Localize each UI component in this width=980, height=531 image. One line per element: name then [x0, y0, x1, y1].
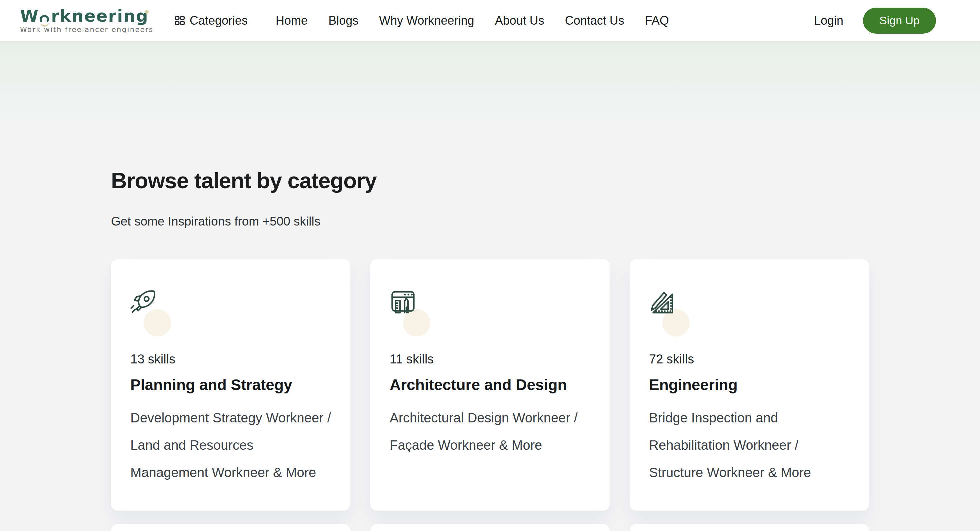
brand-letters-mid: rkneerin: [51, 7, 136, 25]
nav-item-blogs[interactable]: Blogs: [328, 14, 358, 28]
card-skills-count: 11 skills: [390, 352, 590, 367]
card-icon-wrap: [649, 288, 702, 336]
card-description: Bridge Inspection and Rehabilitation Wor…: [649, 404, 850, 486]
set-square-icon: [649, 288, 676, 315]
nav-item-contact-us[interactable]: Contact Us: [565, 14, 624, 28]
card-icon-wrap: [390, 288, 443, 336]
brand-letter-g: g: [136, 7, 149, 25]
grid-icon: [174, 15, 186, 26]
top-navbar: Wrkneering Work with freelancer engineer…: [0, 0, 980, 41]
design-window-icon: [390, 288, 416, 315]
nav-item-faq[interactable]: FAQ: [645, 14, 669, 28]
category-card-architecture-and-design[interactable]: 11 skills Architecture and Design Archit…: [370, 259, 610, 511]
card-description: Architectural Design Workneer / Façade W…: [390, 404, 590, 459]
category-card-engineering[interactable]: 72 skills Engineering Bridge Inspection …: [630, 259, 869, 511]
brand-tagline: Work with freelancer engineers: [20, 25, 169, 34]
browse-categories-section: Browse talent by category Get some Inspi…: [0, 41, 980, 531]
category-card-partial[interactable]: [111, 524, 350, 531]
section-title: Browse talent by category: [111, 168, 869, 193]
card-title: Engineering: [649, 376, 850, 394]
category-card-partial[interactable]: [630, 524, 869, 531]
card-title: Planning and Strategy: [130, 376, 331, 394]
nav-categories-label: Categories: [190, 14, 248, 28]
rocket-icon: [130, 288, 157, 315]
card-icon-wrap: [130, 288, 184, 336]
section-subtitle: Get some Inspirations from +500 skills: [111, 214, 869, 228]
nav-item-home[interactable]: Home: [276, 14, 308, 28]
category-card-partial[interactable]: [370, 524, 610, 531]
main-nav: Categories Home Blogs Why Workneering Ab…: [174, 14, 669, 28]
card-description: Development Strategy Workneer / Land and…: [130, 404, 331, 486]
category-cards-grid: 13 skills Planning and Strategy Developm…: [111, 259, 869, 531]
nav-item-about-us[interactable]: About Us: [495, 14, 544, 28]
card-skills-count: 13 skills: [130, 352, 331, 367]
brand-wordmark: Wrkneering: [20, 7, 169, 25]
login-link[interactable]: Login: [814, 14, 843, 28]
category-card-planning-and-strategy[interactable]: 13 skills Planning and Strategy Developm…: [111, 259, 350, 511]
nav-item-why-workneering[interactable]: Why Workneering: [379, 14, 474, 28]
nav-categories[interactable]: Categories: [174, 14, 248, 28]
signup-button[interactable]: Sign Up: [863, 8, 936, 34]
brand-logo[interactable]: Wrkneering Work with freelancer engineer…: [20, 7, 169, 34]
brand-o-mark: [40, 12, 50, 25]
card-skills-count: 72 skills: [649, 352, 850, 367]
brand-letter-w: W: [20, 7, 39, 25]
card-title: Architecture and Design: [390, 376, 590, 394]
